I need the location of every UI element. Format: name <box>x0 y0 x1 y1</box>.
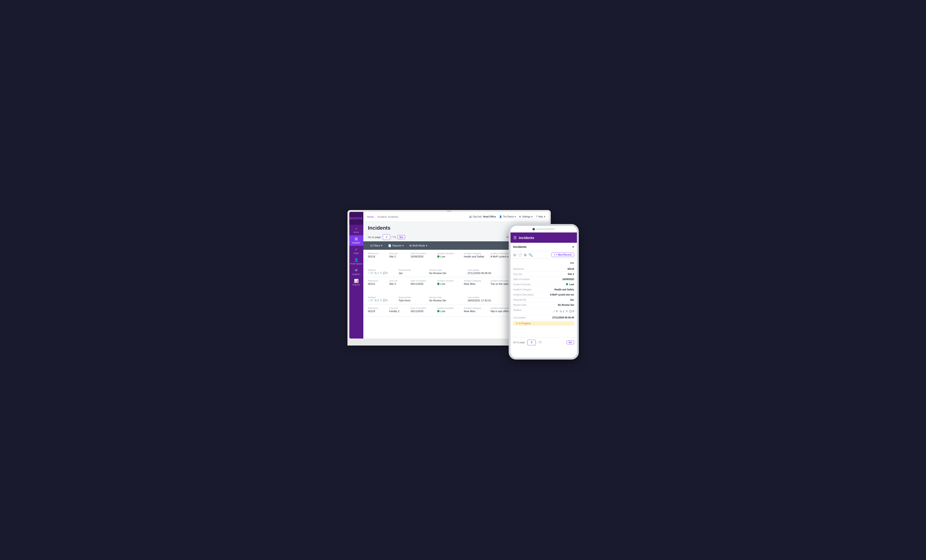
sidebar-item-insights[interactable]: 👁 Insights+ <box>350 267 363 277</box>
field-value-date: 09/11/2020 <box>410 283 437 285</box>
mobile-device: ☰ Incidents Incidents ▾ ⊟ 📄 ⊞ 🔍 + + New … <box>509 224 579 360</box>
mobile-detail-reference: Reference 00118 <box>513 266 574 272</box>
field-value-category: Health and Safety <box>464 255 490 258</box>
field-value-related: 📄 6 📎 1 0 💬 0 <box>368 272 399 274</box>
severity-dot <box>437 283 440 285</box>
field-value-category: Near Miss <box>464 310 490 313</box>
mobile-detail-last-update: Last update 27/11/2020 00:36:49 <box>513 315 574 320</box>
mobile-screen: ☰ Incidents Incidents ▾ ⊟ 📄 ⊞ 🔍 + + New … <box>511 233 577 347</box>
field-value-date: 16/09/2020 <box>410 255 437 258</box>
mobile-detail-review-date: Review Date No Review Set <box>513 303 574 308</box>
org-unit-value: Head Office <box>483 215 496 218</box>
field-value-reference: 00129 <box>368 310 389 313</box>
field-value-review-date: No Review Set <box>429 272 468 274</box>
user-menu[interactable]: 👤 Tim Demo ▾ <box>499 215 516 218</box>
sidebar-item-label: Home <box>353 231 359 233</box>
org-unit-label: Org Unit: <box>473 215 482 218</box>
mobile-comments-icon: 💬 0 <box>569 310 574 313</box>
mobile-detail-severity: Incident Severity Low <box>513 282 574 287</box>
go-button[interactable]: Go <box>397 235 405 239</box>
mobile-detail-description: Incident Description A MoP cycled into m… <box>513 292 574 297</box>
sidebar-item-portal-queue[interactable]: 👤 Portal Queue <box>350 256 363 267</box>
go-to-label: Go to page: <box>368 236 381 239</box>
docs-icon: 📄 0 <box>368 299 373 301</box>
mobile-detail-reported-by: Reported By Jan <box>513 297 574 303</box>
sidebar-item-tasks[interactable]: ✓ Tasks <box>350 246 363 256</box>
comments-icon: 💬 0 <box>383 299 387 301</box>
settings-menu[interactable]: ⚙ Settings ▾ <box>519 215 533 218</box>
sidebar-item-label: Portal Queue <box>350 263 362 265</box>
field-label-severity: Incident Severity <box>437 279 464 282</box>
field-label-review-date: Review Date <box>429 296 468 298</box>
field-label-related: Related <box>368 296 399 298</box>
mobile-status-badge: ⏱ In Progress <box>513 321 574 326</box>
mobile-go-button[interactable]: Go <box>567 341 574 344</box>
page-title: Incidents <box>368 225 391 231</box>
mobile-footer: Go to page: / 71 Go <box>511 337 577 347</box>
field-label-org-unit: Org Unit <box>389 307 410 309</box>
sidebar-item-reports[interactable]: 📊 Reports <box>350 277 363 288</box>
portal-queue-icon: 👤 <box>354 258 359 262</box>
sidebar-item-label: Insights+ <box>352 273 360 275</box>
attach-icon: 📎 1 <box>374 272 379 274</box>
field-value-org-unit: Site 2 <box>389 255 410 258</box>
mobile-grid-icon[interactable]: ⊞ <box>524 253 527 257</box>
reports-chevron-icon: ▾ <box>402 244 404 247</box>
mobile-detail-related: Related 📄 6 📎 1 0 💬 0 <box>513 308 574 315</box>
topbar: Home › Incident: Incidents 🏢 Org Unit: H… <box>363 212 549 222</box>
page-number-input[interactable] <box>383 234 390 240</box>
field-label-category: Incident Category <box>464 307 490 309</box>
mobile-detail-org-unit: Org Unit Site 2 <box>513 272 574 277</box>
breadcrumb-home[interactable]: Home <box>367 215 374 218</box>
user-icon: 👤 <box>499 215 502 218</box>
help-menu[interactable]: ? Help ▾ <box>536 215 545 218</box>
sidebar-item-modules[interactable]: ⊞ Modules <box>350 235 363 246</box>
field-value-reported-by: Tylie Kerin <box>399 299 429 302</box>
mobile-count: 0 <box>566 310 567 313</box>
breadcrumb-separator: › <box>375 215 376 218</box>
field-value-date: 26/11/2020 <box>410 310 437 313</box>
user-name: Tim Demo <box>503 215 514 218</box>
mobile-search-icon[interactable]: 🔍 <box>528 253 533 257</box>
filters-button[interactable]: ⊟ Filters ▾ <box>368 243 385 248</box>
topbar-right: 🏢 Org Unit: Head Office 👤 Tim Demo ▾ ⚙ S… <box>469 215 545 218</box>
help-icon: ? <box>536 215 537 218</box>
mobile-menu-icon[interactable]: ☰ <box>513 236 517 240</box>
reports-icon: 📊 <box>354 279 359 283</box>
sidebar-item-home[interactable]: ⌂ Home <box>350 225 363 235</box>
modules-icon: ⊞ <box>355 237 358 241</box>
mobile-total-pages: / 71 <box>538 341 542 344</box>
field-label-date: Date of Incident <box>410 279 437 282</box>
report-icon: 📄 <box>388 244 391 247</box>
insights-icon: 👁 <box>354 269 358 272</box>
multi-mode-chevron-icon: ▾ <box>426 244 427 247</box>
mobile-page-input[interactable] <box>527 340 536 345</box>
field-value-severity: Low <box>437 310 464 313</box>
mobile-detail-date: Date of Incident 16/09/2020 <box>513 277 574 282</box>
mobile-section-title: Incidents <box>513 245 527 248</box>
mobile-filter-icon[interactable]: ⊟ <box>513 253 516 257</box>
mobile-new-record-button[interactable]: + + New Record <box>551 253 574 257</box>
org-unit-selector[interactable]: 🏢 Org Unit: Head Office <box>469 215 496 218</box>
mobile-go-to-label: Go to page: <box>513 341 525 344</box>
field-label-related: Related <box>368 269 399 271</box>
field-label-org-unit: Org Unit <box>389 279 410 282</box>
field-label-date: Date of Incident <box>410 307 437 309</box>
field-value-severity: Low <box>437 283 464 285</box>
reports-button[interactable]: 📄 Reports ▾ <box>386 243 406 248</box>
field-label-review-date: Review Date <box>429 269 468 271</box>
field-label-severity: Incident Severity <box>437 307 464 309</box>
field-value-related: 📄 0 📎 0 0 💬 0 <box>368 299 399 301</box>
severity-dot <box>437 255 440 258</box>
field-label-reference: Reference <box>368 307 389 309</box>
mobile-copy-icon[interactable]: 📄 <box>518 253 522 257</box>
multi-mode-button[interactable]: ⊞ Multi Mode ▾ <box>407 243 430 248</box>
mobile-header: ☰ Incidents <box>511 233 577 243</box>
field-label-reference: Reference <box>368 252 389 255</box>
docs-icon: 📄 6 <box>368 272 373 274</box>
mobile-more-menu[interactable]: ••• <box>513 261 574 266</box>
user-chevron-icon: ▾ <box>514 215 516 218</box>
field-label-org-unit: Org Unit <box>389 252 410 255</box>
count-icon: 0 <box>380 272 381 274</box>
field-value-org-unit: Site 3 <box>389 283 410 285</box>
